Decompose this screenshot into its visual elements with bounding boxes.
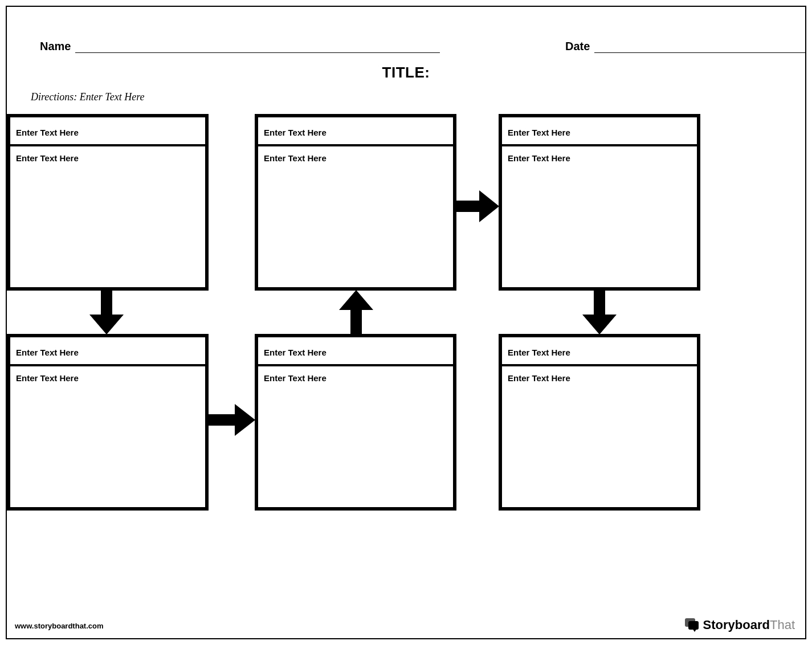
flow-box-1-body[interactable]: Enter Text Here — [10, 146, 205, 170]
flow-box-4-body[interactable]: Enter Text Here — [10, 366, 205, 390]
svg-marker-1 — [89, 315, 124, 334]
flow-box-4-title[interactable]: Enter Text Here — [10, 337, 205, 366]
svg-marker-9 — [582, 315, 617, 334]
name-input-line[interactable] — [75, 43, 440, 53]
flow-box-2-title[interactable]: Enter Text Here — [258, 117, 453, 146]
footer-url: www.storyboardthat.com — [15, 622, 104, 630]
flow-box-4[interactable]: Enter Text Here Enter Text Here — [7, 334, 209, 511]
flow-box-3-title[interactable]: Enter Text Here — [502, 117, 697, 146]
worksheet-page: Name Date TITLE: Directions: Enter Text … — [6, 6, 806, 639]
arrow-down-icon — [580, 289, 619, 336]
arrow-right-icon — [455, 189, 500, 223]
arrow-right-icon — [207, 403, 256, 437]
logo-text: StoryboardThat — [703, 618, 795, 632]
flow-box-6-body[interactable]: Enter Text Here — [502, 366, 697, 390]
directions-value: Enter Text Here — [80, 91, 145, 103]
flow-box-5[interactable]: Enter Text Here Enter Text Here — [255, 334, 456, 511]
svg-rect-8 — [594, 289, 605, 315]
footer-logo: StoryboardThat — [685, 618, 795, 632]
logo-text-bold: Storyboard — [703, 618, 770, 632]
flow-box-6[interactable]: Enter Text Here Enter Text Here — [499, 334, 700, 511]
svg-marker-7 — [479, 190, 499, 222]
directions-prefix: Directions: — [31, 91, 77, 103]
arrow-down-icon — [87, 289, 127, 336]
speech-bubble-icon — [685, 618, 700, 632]
svg-rect-5 — [350, 310, 362, 336]
flow-box-3-body[interactable]: Enter Text Here — [502, 146, 697, 170]
flow-box-5-body[interactable]: Enter Text Here — [258, 366, 453, 390]
date-field: Date — [565, 40, 805, 53]
flow-box-1-title[interactable]: Enter Text Here — [10, 117, 205, 146]
logo-text-light: That — [770, 618, 795, 632]
flow-box-2[interactable]: Enter Text Here Enter Text Here — [255, 114, 456, 291]
flow-box-3[interactable]: Enter Text Here Enter Text Here — [499, 114, 700, 291]
name-label: Name — [40, 40, 75, 53]
flow-box-6-title[interactable]: Enter Text Here — [502, 337, 697, 366]
svg-marker-4 — [339, 290, 373, 310]
page-title: TITLE: — [7, 64, 805, 81]
arrow-up-icon — [336, 289, 376, 336]
name-field: Name — [40, 40, 440, 53]
flow-box-1[interactable]: Enter Text Here Enter Text Here — [7, 114, 209, 291]
flow-box-2-body[interactable]: Enter Text Here — [258, 146, 453, 170]
svg-rect-0 — [101, 289, 112, 315]
date-label: Date — [565, 40, 594, 53]
svg-rect-6 — [455, 201, 479, 212]
svg-marker-3 — [235, 404, 255, 436]
svg-rect-2 — [207, 414, 235, 426]
directions-text: Directions: Enter Text Here — [31, 91, 144, 103]
flow-box-5-title[interactable]: Enter Text Here — [258, 337, 453, 366]
date-input-line[interactable] — [594, 43, 805, 53]
